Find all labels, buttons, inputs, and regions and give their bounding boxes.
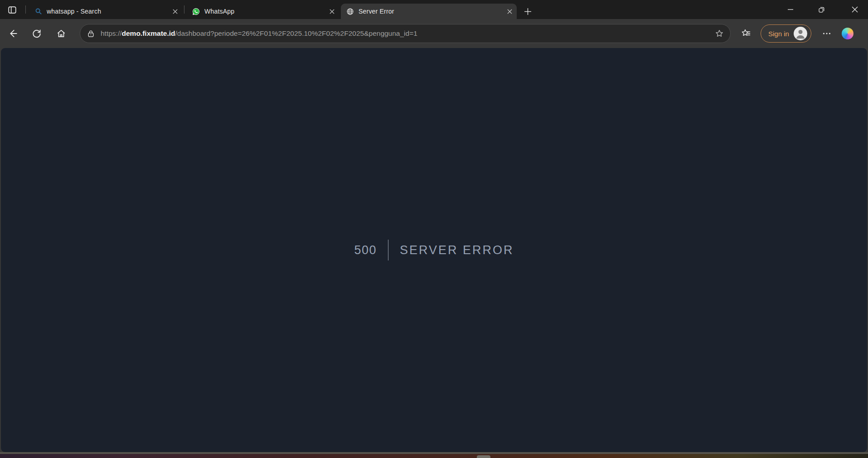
tab-separator — [184, 5, 184, 14]
url-text: https://demo.fixmate.id/dashboard?period… — [101, 29, 710, 38]
error-page: 500 SERVER ERROR — [1, 48, 867, 452]
new-tab-button[interactable] — [520, 4, 535, 19]
tab-whatsapp-search[interactable]: whatsapp - Search — [29, 4, 182, 19]
close-icon — [173, 9, 178, 14]
favorites-list-icon — [741, 28, 752, 39]
error-box: 500 SERVER ERROR — [354, 240, 514, 260]
whatsapp-icon — [192, 8, 200, 15]
tab-title: WhatsApp — [204, 8, 327, 15]
taskbar-peek — [477, 455, 490, 458]
url-scheme: https:// — [101, 29, 122, 37]
star-icon — [715, 29, 724, 38]
settings-and-more-button[interactable] — [819, 26, 835, 41]
tab-bar: whatsapp - Search WhatsApp — [0, 0, 868, 19]
favorites-button[interactable] — [738, 26, 754, 41]
avatar — [794, 27, 807, 40]
home-icon — [56, 29, 66, 39]
tab-whatsapp[interactable]: WhatsApp — [187, 4, 339, 19]
plus-icon — [524, 8, 532, 15]
tab-close-button[interactable] — [327, 7, 336, 16]
url-path: /dashboard?periode=26%2F01%2F2025.10%2F0… — [175, 29, 417, 37]
globe-icon — [346, 8, 354, 15]
minimize-button[interactable] — [780, 0, 801, 19]
minimize-icon — [787, 6, 794, 13]
search-icon — [34, 8, 42, 15]
arrow-left-icon — [8, 29, 18, 39]
bookmark-button[interactable] — [715, 29, 724, 38]
sign-in-label: Sign in — [768, 30, 789, 38]
error-message: SERVER ERROR — [388, 243, 514, 257]
tab-close-button[interactable] — [505, 7, 514, 16]
close-window-button[interactable] — [842, 0, 868, 19]
tab-separator — [25, 5, 26, 14]
tab-actions-button[interactable] — [5, 3, 19, 17]
address-bar[interactable]: https://demo.fixmate.id/dashboard?period… — [80, 24, 731, 43]
close-icon — [330, 9, 335, 14]
tab-title: Server Error — [359, 8, 505, 15]
refresh-icon — [32, 29, 42, 39]
copilot-icon — [842, 28, 853, 39]
toolbar: https://demo.fixmate.id/dashboard?period… — [0, 19, 868, 48]
home-button[interactable] — [53, 26, 69, 41]
url-host: demo.fixmate.id — [122, 29, 175, 37]
tab-close-button[interactable] — [170, 7, 179, 16]
tab-title: whatsapp - Search — [47, 8, 170, 15]
person-icon — [794, 27, 807, 40]
tab-actions-icon — [7, 5, 17, 15]
tab-server-error[interactable]: Server Error — [341, 4, 517, 19]
ellipsis-icon — [822, 29, 832, 39]
reload-button[interactable] — [29, 26, 44, 41]
back-button[interactable] — [5, 26, 21, 41]
sign-in-button[interactable]: Sign in — [761, 24, 811, 43]
error-code: 500 — [354, 243, 388, 257]
close-icon — [852, 6, 858, 13]
restore-button[interactable] — [811, 0, 832, 19]
lock-icon — [87, 29, 95, 38]
desktop-wallpaper-strip — [0, 454, 868, 458]
close-icon — [507, 9, 512, 14]
restore-icon — [818, 6, 825, 13]
browser-viewport: 500 SERVER ERROR — [0, 48, 868, 452]
copilot-button[interactable] — [839, 26, 856, 41]
